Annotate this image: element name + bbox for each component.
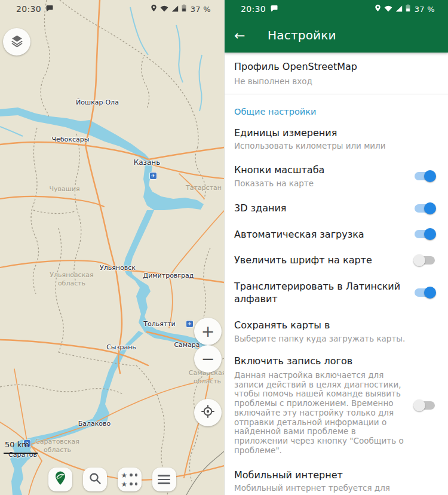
app-bar: ← Настройки <box>225 18 448 53</box>
city-label: Димитровград <box>143 272 194 279</box>
cell-signal-icon <box>395 4 403 14</box>
my-location-button[interactable] <box>194 399 222 426</box>
setting-row-logging[interactable]: Включить запись логов Данная настройка в… <box>225 349 448 462</box>
map-canvas[interactable] <box>0 0 224 495</box>
minus-icon: − <box>201 351 215 367</box>
cell-signal-icon <box>171 4 179 14</box>
chat-bubble-icon <box>46 4 53 14</box>
screenshot-root: Йошкар-Ола Чебоксары Казань Ульяновск Ди… <box>0 0 448 495</box>
back-button[interactable]: ← <box>234 28 252 43</box>
map-scale-label: 50 km <box>5 440 29 449</box>
toggle-switch[interactable] <box>415 204 435 213</box>
airport-icon[interactable]: ✈ <box>186 321 193 327</box>
setting-subtitle: Данная настройка включается для записи д… <box>234 371 406 456</box>
setting-title: Автоматическая загрузка <box>234 228 406 241</box>
toggle-switch[interactable] <box>415 230 435 238</box>
settings-list: Профиль OpenStreetMap Не выполнен вход О… <box>225 53 448 495</box>
setting-subtitle: Выберите папку куда загружать карты. <box>234 334 426 345</box>
toggle-switch[interactable] <box>415 256 435 265</box>
chat-bubble-icon <box>271 4 278 14</box>
city-label: Казань <box>134 158 161 167</box>
city-label: Самара <box>174 341 200 349</box>
section-header: Общие настройки <box>225 94 448 121</box>
location-icon <box>375 4 381 14</box>
setting-subtitle: Показать на карте <box>234 179 406 189</box>
navigation-button[interactable] <box>48 468 72 491</box>
menu-button[interactable] <box>152 468 176 491</box>
setting-row-large-font[interactable]: Увеличить шрифт на карте <box>225 247 448 273</box>
city-label: Чебоксары <box>52 136 90 143</box>
setting-row-mobile-internet[interactable]: Мобильный интернет Мобильный интернет тр… <box>225 462 448 495</box>
wifi-icon <box>160 4 168 14</box>
setting-row-3d-buildings[interactable]: 3D здания <box>225 195 448 222</box>
settings-header: 20:30 <box>225 0 448 53</box>
city-label: Балаково <box>78 420 111 428</box>
location-icon <box>151 4 157 14</box>
city-label: Тольятти <box>143 320 176 328</box>
hamburger-icon <box>158 475 170 484</box>
battery-icon <box>406 4 410 14</box>
battery-icon <box>182 4 186 14</box>
profile-title: Профиль OpenStreetMap <box>234 60 438 73</box>
setting-subtitle: Использовать километры или мили <box>234 141 426 152</box>
setting-title: Мобильный интернет <box>234 469 426 482</box>
setting-row-transliterate[interactable]: Транслитерировать в Латинский алфавит <box>225 273 448 312</box>
map-toolbar: ★ ★ <box>0 468 224 491</box>
wifi-icon <box>384 4 392 14</box>
clock: 20:30 <box>241 4 266 14</box>
setting-row-save-maps[interactable]: Сохранять карты в Выберите папку куда за… <box>225 312 448 349</box>
map-pane: Йошкар-Ола Чебоксары Казань Ульяновск Ди… <box>0 0 224 495</box>
toggle-switch[interactable] <box>415 401 435 410</box>
setting-row-zoom-buttons[interactable]: Кнопки масштаба Показать на карте <box>225 157 448 195</box>
toggle-switch[interactable] <box>415 172 435 180</box>
status-bar-left: 20:30 37 % <box>0 0 224 18</box>
my-places-button[interactable]: ★ ★ <box>118 468 142 491</box>
navigation-pin-icon <box>53 471 68 488</box>
city-label: Ульяновск <box>100 264 136 272</box>
region-label: Ульяновская область <box>45 271 98 288</box>
region-label: Чувашия <box>49 185 79 193</box>
region-label: Татарстан <box>186 184 222 192</box>
plus-icon: + <box>201 323 215 339</box>
target-icon <box>200 404 216 422</box>
setting-title: Включить запись логов <box>234 355 406 368</box>
battery-percent: 37 % <box>191 5 211 14</box>
setting-title: Сохранять карты в <box>234 319 426 332</box>
profile-subtitle: Не выполнен вход <box>234 76 438 87</box>
setting-row-auto-download[interactable]: Автоматическая загрузка <box>225 222 448 248</box>
city-label: Йошкар-Ола <box>76 99 119 106</box>
setting-title: Увеличить шрифт на карте <box>234 254 406 267</box>
zoom-out-button[interactable]: − <box>194 345 222 373</box>
zoom-in-button[interactable]: + <box>194 318 222 345</box>
setting-title: 3D здания <box>234 202 406 215</box>
search-icon <box>88 471 102 488</box>
layers-icon <box>10 33 24 51</box>
setting-row-units[interactable]: Единицы измерения Использовать километры… <box>225 121 448 157</box>
stars-list-icon: ★ ★ <box>121 472 138 487</box>
setting-subtitle: Мобильный интернет требуется для уведомл… <box>234 483 426 495</box>
map-scale-bar <box>4 453 38 454</box>
battery-percent: 37 % <box>415 5 435 14</box>
layers-button[interactable] <box>3 28 30 56</box>
region-label: Саратовская область <box>32 438 83 454</box>
status-bar-right: 20:30 <box>225 0 448 18</box>
search-button[interactable] <box>83 468 107 491</box>
toggle-switch[interactable] <box>415 288 435 297</box>
setting-title: Транслитерировать в Латинский алфавит <box>234 280 406 306</box>
profile-row[interactable]: Профиль OpenStreetMap Не выполнен вход <box>225 53 448 94</box>
setting-title: Кнопки масштаба <box>234 164 406 177</box>
city-label: Сызрань <box>106 343 136 351</box>
page-title: Настройки <box>268 28 336 42</box>
airport-icon[interactable]: ✈ <box>150 173 157 179</box>
clock: 20:30 <box>16 4 41 14</box>
settings-pane: 20:30 <box>224 0 448 495</box>
setting-title: Единицы измерения <box>234 127 426 140</box>
